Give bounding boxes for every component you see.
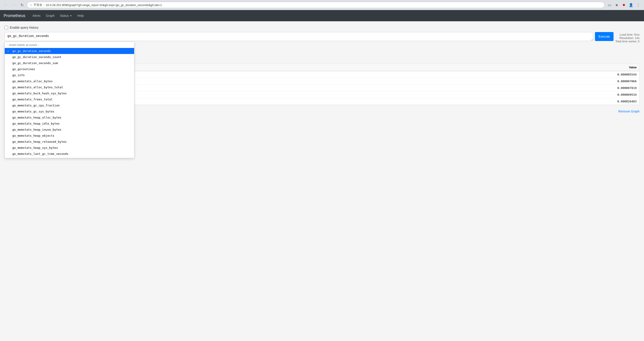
autocomplete-item[interactable]: go_memstats_alloc_bytes_total (5, 84, 134, 90)
menu-button[interactable]: ⋮ (635, 2, 641, 8)
query-history-section: Enable query history (4, 26, 640, 29)
autocomplete-placeholder-text: - insert metric at cursor - (8, 43, 39, 47)
autocomplete-item-label: go_memstats_heap_objects (12, 134, 54, 137)
status-caret: ▼ (70, 15, 72, 17)
autocomplete-item[interactable]: go_goroutines (5, 66, 134, 72)
autocomplete-item[interactable]: go_memstats_gc_sys_bytes (5, 108, 134, 115)
refresh-button[interactable]: ↻ (19, 2, 25, 8)
nav-item-help: Help (74, 11, 86, 21)
remove-graph-link[interactable]: Remove Graph (618, 110, 640, 113)
nav-link-help[interactable]: Help (74, 11, 86, 21)
autocomplete-item[interactable]: go_gc_duration_seconds_count (5, 54, 134, 60)
autocomplete-item[interactable]: go_memstats_heap_inuse_bytes (5, 127, 134, 133)
total-time-series: Total time series: 5 (615, 40, 640, 43)
autocomplete-items: ✓go_gc_duration_secondsgo_gc_duration_se… (5, 48, 134, 158)
autocomplete-item-label: go_memstats_buck_hash_sys_bytes (12, 92, 67, 95)
navbar-nav: Alerts Graph Status ▼ Help (30, 11, 86, 21)
autocomplete-item-label: go_memstats_frees_total (12, 98, 52, 101)
autocomplete-placeholder[interactable]: - insert metric at cursor - (5, 42, 134, 48)
load-time: Load time: 5ms (615, 33, 640, 36)
autocomplete-item-label: go_memstats_alloc_bytes_total (12, 86, 63, 89)
nav-link-status[interactable]: Status ▼ (57, 11, 75, 21)
execute-button[interactable]: Execute (595, 32, 614, 41)
back-button[interactable]: ← (3, 2, 9, 8)
autocomplete-item[interactable]: go_memstats_gc_cpu_fraction (5, 102, 134, 108)
autocomplete-item-label: go_memstats_alloc_bytes (12, 80, 52, 83)
autocomplete-item-label: go_memstats_heap_sys_bytes (12, 146, 58, 149)
autocomplete-item-label: go_gc_duration_seconds_count (12, 55, 61, 59)
autocomplete-item[interactable]: go_memstats_alloc_bytes (5, 78, 134, 84)
browser-chrome: ← → ↻ ⚠ 不安全 | 10.0.28.251:9090/graph?g0.… (0, 0, 644, 10)
extension-button[interactable]: ■ (621, 2, 627, 8)
value-cell: 0.000009534 (358, 91, 639, 98)
autocomplete-checkmark: ✓ (8, 50, 11, 53)
autocomplete-item[interactable]: go_memstats_frees_total (5, 96, 134, 102)
autocomplete-item[interactable]: go_memstats_heap_idle_bytes (5, 121, 134, 127)
value-header: Value (358, 64, 639, 71)
main-content: Enable query history - insert metric at … (0, 21, 644, 341)
value-cell: 0.000005544 (358, 71, 639, 78)
forward-button[interactable]: → (11, 2, 17, 8)
url-display: 10.0.28.251:9090/graph?g0.range_input=1h… (46, 3, 162, 7)
autocomplete-item-label: go_memstats_heap_inuse_bytes (12, 128, 61, 131)
query-history-checkbox[interactable] (4, 26, 8, 29)
security-icon: ⚠ (30, 3, 32, 7)
query-input[interactable] (4, 32, 593, 41)
autocomplete-item-label: go_memstats_heap_released_bytes (12, 140, 67, 143)
autocomplete-item-label: go_memstats_heap_idle_bytes (12, 122, 60, 125)
autocomplete-item[interactable]: go_memstats_heap_objects (5, 133, 134, 139)
query-stats: Load time: 5ms Resolution: 14s Total tim… (615, 33, 640, 43)
value-cell: 0.000026483 (358, 98, 639, 105)
autocomplete-item[interactable]: go_memstats_buck_hash_sys_bytes (5, 90, 134, 96)
autocomplete-item-label: go_goroutines (12, 68, 35, 71)
autocomplete-item[interactable]: ✓go_gc_duration_seconds (5, 48, 134, 54)
autocomplete-item[interactable]: go_memstats_lookups_total (5, 157, 134, 158)
autocomplete-item[interactable]: go_gc_duration_seconds_sum (5, 60, 134, 66)
profile-button[interactable]: 👤 (628, 2, 634, 8)
autocomplete-item[interactable]: go_memstats_last_gc_time_seconds (5, 151, 134, 157)
autocomplete-item-label: go_gc_duration_seconds (12, 49, 51, 53)
autocomplete-item-label: go_memstats_heap_alloc_bytes (12, 116, 61, 119)
autocomplete-item-label: go_memstats_gc_sys_bytes (12, 110, 54, 113)
autocomplete-item[interactable]: go_memstats_heap_released_bytes (5, 139, 134, 145)
url-text: 不安全 (34, 3, 42, 7)
address-bar[interactable]: ⚠ 不安全 | 10.0.28.251:9090/graph?g0.range_… (27, 2, 604, 8)
bookmark-button[interactable]: ★ (614, 2, 620, 8)
nav-item-alerts: Alerts (30, 11, 43, 21)
autocomplete-item-label: go_memstats_last_gc_time_seconds (12, 152, 68, 155)
navbar-brand[interactable]: Prometheus (4, 14, 25, 18)
autocomplete-item-label: go_gc_duration_seconds_sum (12, 61, 58, 65)
autocomplete-item[interactable]: go_memstats_heap_sys_bytes (5, 145, 134, 151)
autocomplete-item-label: go_memstats_gc_cpu_fraction (12, 104, 60, 107)
resolution: Resolution: 14s (615, 36, 640, 40)
nav-link-alerts[interactable]: Alerts (30, 11, 43, 21)
status-label: Status (60, 14, 69, 18)
query-input-wrapper: - insert metric at cursor - ✓go_gc_durat… (4, 32, 593, 42)
browser-actions: ▭ ★ ■ 👤 ⋮ (606, 2, 641, 8)
nav-item-graph: Graph (43, 11, 57, 21)
nav-item-status: Status ▼ (57, 11, 75, 21)
query-history-label[interactable]: Enable query history (10, 26, 38, 29)
autocomplete-item[interactable]: go_info (5, 72, 134, 78)
cast-button[interactable]: ▭ (606, 2, 613, 8)
value-cell: 0.000007819 (358, 85, 639, 91)
autocomplete-item[interactable]: go_memstats_heap_alloc_bytes (5, 115, 134, 121)
value-cell: 0.000007066 (358, 78, 639, 85)
url-separator: | (44, 3, 44, 7)
nav-link-graph[interactable]: Graph (43, 11, 57, 21)
autocomplete-dropdown: - insert metric at cursor - ✓go_gc_durat… (4, 42, 134, 158)
autocomplete-item-label: go_info (12, 74, 25, 77)
navbar: Prometheus Alerts Graph Status ▼ Help (0, 10, 644, 21)
